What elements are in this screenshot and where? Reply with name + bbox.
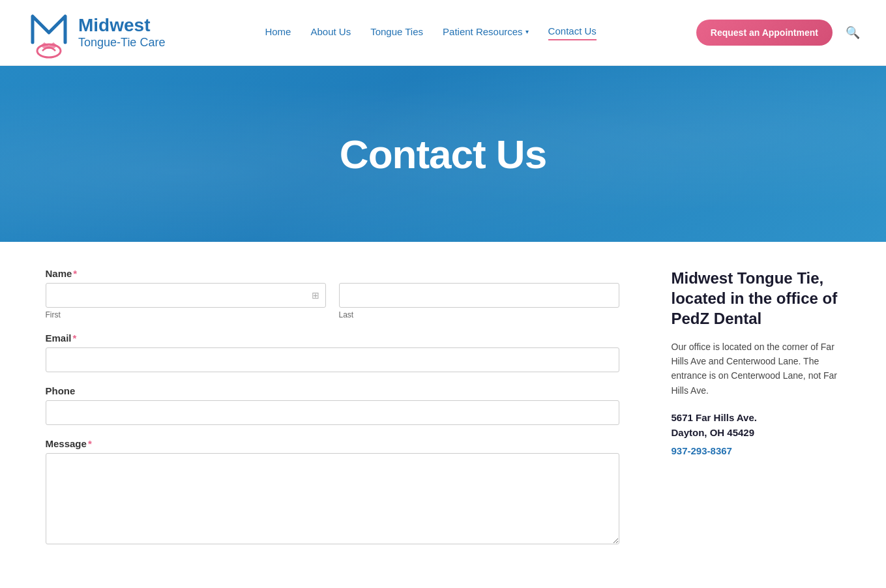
name-group: Name* ⊞ First Last	[46, 268, 619, 319]
nav-contact-us[interactable]: Contact Us	[548, 25, 597, 40]
logo-subtitle: Tongue-Tie Care	[78, 36, 165, 50]
last-name-field: Last	[339, 283, 619, 319]
sidebar-phone[interactable]: 937-293-8367	[672, 445, 732, 456]
phone-input[interactable]	[46, 400, 619, 425]
email-group: Email*	[46, 332, 619, 372]
sidebar-address: 5671 Far Hills Ave. Dayton, OH 45429	[672, 411, 841, 440]
message-textarea[interactable]	[46, 453, 619, 544]
address-line1: 5671 Far Hills Ave.	[672, 411, 841, 426]
nav-home[interactable]: Home	[265, 26, 291, 40]
nav-patient-resources[interactable]: Patient Resources ▾	[443, 26, 529, 40]
name-label: Name*	[46, 268, 619, 279]
first-label: First	[46, 310, 326, 319]
last-name-input[interactable]	[339, 283, 619, 308]
nav-about-us[interactable]: About Us	[310, 26, 351, 40]
message-label: Message*	[46, 438, 619, 449]
site-header: Midwest Tongue-Tie Care Home About Us To…	[0, 0, 886, 66]
search-icon: 🔍	[846, 26, 860, 39]
sidebar-title: Midwest Tongue Tie, located in the offic…	[672, 268, 841, 329]
phone-label: Phone	[46, 385, 619, 396]
chevron-down-icon: ▾	[525, 28, 529, 35]
message-required-star: *	[88, 438, 92, 449]
search-button[interactable]: 🔍	[846, 25, 860, 40]
hero-banner: Contact Us	[0, 66, 886, 242]
request-appointment-button[interactable]: Request an Appointment	[696, 20, 833, 46]
logo-area[interactable]: Midwest Tongue-Tie Care	[26, 7, 165, 59]
message-group: Message*	[46, 438, 619, 547]
logo-title: Midwest	[78, 16, 165, 36]
email-input[interactable]	[46, 347, 619, 372]
main-nav: Home About Us Tongue Ties Patient Resour…	[265, 25, 596, 40]
main-content: Name* ⊞ First Last Email*	[20, 242, 867, 588]
contact-sidebar: Midwest Tongue Tie, located in the offic…	[672, 268, 841, 560]
nav-tongue-ties[interactable]: Tongue Ties	[370, 26, 423, 40]
email-label: Email*	[46, 332, 619, 344]
first-name-field: ⊞ First	[46, 283, 326, 319]
email-required-star: *	[73, 332, 77, 344]
first-name-input[interactable]	[46, 283, 326, 308]
name-required-star: *	[73, 268, 77, 279]
logo-icon	[26, 7, 72, 59]
first-name-wrapper: ⊞	[46, 283, 326, 308]
last-label: Last	[339, 310, 619, 319]
input-handle-icon: ⊞	[312, 290, 319, 301]
name-row: ⊞ First Last	[46, 283, 619, 319]
contact-form-section: Name* ⊞ First Last Email*	[46, 268, 619, 560]
hero-title: Contact Us	[340, 131, 546, 177]
phone-group: Phone	[46, 385, 619, 425]
header-right: Request an Appointment 🔍	[696, 20, 860, 46]
sidebar-description: Our office is located on the corner of F…	[672, 340, 841, 398]
address-line2: Dayton, OH 45429	[672, 426, 841, 441]
logo-text: Midwest Tongue-Tie Care	[78, 16, 165, 50]
